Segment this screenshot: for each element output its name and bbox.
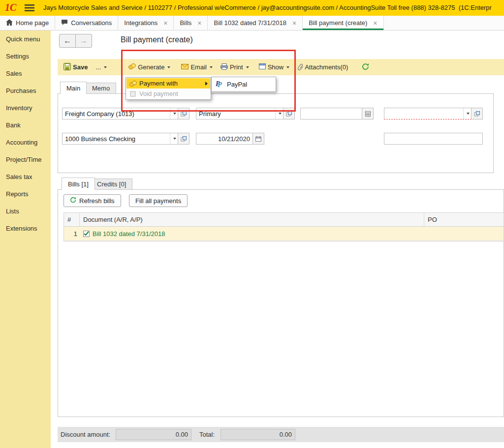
tabbar: Home page Conversations Integrations × B… (0, 16, 504, 30)
calculator-icon (365, 111, 371, 117)
chevron-down-icon[interactable] (170, 108, 178, 119)
paypal-submenu-item[interactable]: PP PayPal (211, 77, 276, 92)
vendor-value: Freight Company (1013) (65, 110, 170, 118)
tab-label: Integrations (124, 19, 158, 27)
discount-amount-value: 0.00 (176, 431, 188, 438)
topbar: 1С Jays Motorcycle Sales and Service / 1… (0, 0, 504, 16)
back-button[interactable]: ← (59, 34, 76, 48)
refresh-button[interactable] (362, 63, 369, 72)
date-field[interactable]: 10/21/2020 (196, 133, 264, 145)
chevron-down-icon[interactable] (170, 133, 178, 144)
chevron-down-icon[interactable] (463, 108, 471, 119)
chevron-down-icon (210, 66, 213, 68)
column-header-document[interactable]: Document (A/R, A/P) (80, 213, 424, 226)
print-icon (220, 63, 228, 71)
tab-label: Bill payment (create) (309, 19, 367, 27)
refresh-bills-button[interactable]: Refresh bills (63, 194, 121, 207)
email-button[interactable]: Email (181, 63, 213, 71)
remit-to-open-button[interactable] (283, 108, 295, 119)
refresh-icon (362, 63, 369, 72)
forward-button[interactable]: → (75, 34, 92, 48)
show-button[interactable]: Show (259, 63, 290, 71)
calendar-button[interactable] (252, 133, 264, 145)
open-form-icon (474, 111, 480, 117)
close-icon[interactable]: × (373, 19, 377, 27)
close-icon[interactable]: × (292, 19, 296, 27)
generate-label: Generate (138, 63, 164, 71)
app-title: Jays Motorcycle Sales and Service / 1102… (43, 0, 504, 16)
row-checkbox[interactable] (83, 231, 90, 237)
fill-all-payments-button[interactable]: Fill all payments (129, 194, 188, 207)
chevron-down-icon (246, 66, 249, 68)
tab-conversations[interactable]: Conversations (55, 16, 118, 30)
fill-all-payments-label: Fill all payments (135, 197, 181, 205)
sidebar-item-sales-tax[interactable]: Sales tax (0, 168, 51, 185)
column-header-po[interactable]: PO (424, 213, 504, 226)
sidebar-item-sales[interactable]: Sales (0, 65, 51, 82)
attachments-button[interactable]: Attachments(0) (298, 63, 348, 71)
bank-account-value: 1000 Business Checking (65, 135, 170, 143)
remit-to-combo[interactable]: Primary (196, 108, 295, 119)
sidebar-item-bank[interactable]: Bank (0, 117, 51, 134)
page-title: Bill payment (create) (121, 35, 193, 44)
print-label: Print (230, 63, 243, 71)
tab-bills-list[interactable]: Bills [1] (62, 178, 95, 190)
tab-bill-payment-create[interactable]: Bill payment (create) × (303, 16, 383, 30)
menu-item-payment-with[interactable]: Payment with (126, 78, 210, 89)
sidebar-item-extensions[interactable]: Extensions (0, 220, 51, 237)
method-combo[interactable] (384, 108, 483, 119)
discount-amount-label: Discount amount: (61, 431, 110, 438)
calendar-icon (255, 136, 261, 142)
menu-item-void-payment[interactable]: Void payment (126, 89, 210, 99)
chevron-down-icon (286, 66, 289, 68)
main-menu-icon[interactable] (25, 4, 34, 13)
chevron-down-icon[interactable] (275, 108, 283, 119)
sidebar-item-inventory[interactable]: Inventory (0, 99, 51, 117)
tab-main[interactable]: Main (60, 82, 87, 94)
sidebar: Quick menu Settings Sales Purchases Inve… (0, 30, 51, 448)
save-button[interactable]: Save (63, 63, 88, 72)
close-icon[interactable]: × (197, 19, 201, 27)
sidebar-item-project-time[interactable]: Project/Time (0, 151, 51, 168)
column-header-num[interactable]: # (64, 213, 80, 226)
calculator-button[interactable] (362, 108, 374, 119)
bank-account-combo[interactable]: 1000 Business Checking (62, 133, 189, 145)
coins-icon (128, 81, 137, 87)
sidebar-item-lists[interactable]: Lists (0, 203, 51, 220)
tab-label: Memo (92, 85, 110, 92)
print-button[interactable]: Print (220, 63, 249, 71)
close-icon[interactable]: × (163, 19, 167, 27)
sidebar-item-settings[interactable]: Settings (0, 48, 51, 65)
more-actions-button[interactable]: ... (95, 63, 107, 71)
save-label: Save (73, 63, 88, 71)
tab-home-page[interactable]: Home page (0, 16, 55, 30)
vendor-open-button[interactable] (178, 108, 189, 119)
vendor-combo[interactable]: Freight Company (1013) (62, 108, 189, 119)
attachments-label: Attachments(0) (305, 63, 348, 71)
tab-bill-1032[interactable]: Bill 1032 dated 7/31/2018 × (208, 16, 303, 30)
tab-bills[interactable]: Bills × (174, 16, 208, 30)
amount-paid-field[interactable] (300, 108, 374, 119)
method-open-button[interactable] (471, 108, 483, 119)
generate-button[interactable]: Generate (128, 63, 170, 71)
tab-integrations[interactable]: Integrations × (118, 16, 174, 30)
tab-label: Home page (16, 19, 49, 27)
command-bar: Save ... Generate Email Print Show Attac… (58, 59, 504, 75)
sidebar-item-accounting[interactable]: Accounting (0, 134, 51, 151)
paypal-icon: PP (216, 80, 222, 89)
tab-memo[interactable]: Memo (86, 83, 116, 93)
document-link[interactable]: Bill 1032 dated 7/31/2018 (93, 230, 165, 238)
tab-credits-list[interactable]: Credits [0] (91, 179, 132, 189)
refresh-bills-label: Refresh bills (79, 197, 115, 205)
row-po (424, 227, 504, 240)
sidebar-item-reports[interactable]: Reports (0, 185, 51, 203)
show-label: Show (268, 63, 284, 71)
generate-menu: Payment with Void payment (126, 77, 211, 100)
sidebar-item-quick-menu[interactable]: Quick menu (0, 30, 51, 48)
email-label: Email (190, 63, 207, 71)
paypal-label: PayPal (227, 81, 247, 88)
check-ref-input[interactable] (384, 133, 483, 145)
bank-account-open-button[interactable] (178, 133, 189, 145)
sidebar-item-purchases[interactable]: Purchases (0, 82, 51, 99)
table-row[interactable]: 1 Bill 1032 dated 7/31/2018 (64, 227, 504, 241)
